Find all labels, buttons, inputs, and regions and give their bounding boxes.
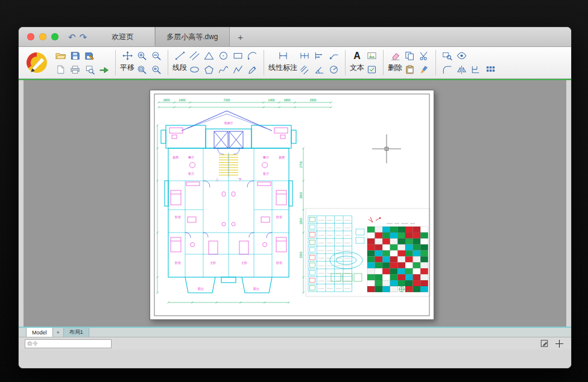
cut-button[interactable] (417, 49, 431, 62)
tab-welcome[interactable]: 欢迎页 (90, 27, 155, 46)
green-detail-boxes (331, 274, 362, 281)
svg-text:1800: 1800 (283, 98, 290, 102)
leader-dimension-button[interactable] (327, 49, 341, 62)
text-tool-button[interactable]: A (350, 49, 364, 62)
svg-text:厨房: 厨房 (279, 155, 285, 159)
line-label: 线段 (172, 63, 187, 72)
toolbar-divider (435, 50, 436, 75)
command-input[interactable] (25, 339, 112, 348)
arc-tool-button[interactable] (245, 49, 259, 62)
polyline-tool-button[interactable] (231, 63, 245, 76)
svg-text:1400: 1400 (268, 98, 274, 102)
zoom-out-button[interactable] (150, 49, 163, 62)
modify-group: 删除 (385, 49, 434, 76)
zoom-button[interactable] (51, 33, 58, 40)
svg-text:1800: 1800 (163, 98, 169, 102)
app-window: ↶ ↷ 欢迎页 多层小高等.dwg + (18, 27, 572, 369)
pan-button[interactable] (121, 49, 134, 62)
titlebar: ↶ ↷ 欢迎页 多层小高等.dwg + (19, 27, 571, 47)
insert-image-button[interactable] (365, 49, 379, 62)
zoom-extents-button[interactable] (135, 63, 149, 76)
freehand-tool-button[interactable] (245, 63, 259, 76)
radius-dimension-button[interactable] (327, 63, 341, 76)
circle-tool-button[interactable] (217, 49, 230, 62)
fillet-button[interactable] (440, 63, 454, 76)
paper-sheet: 1800140072001400180025002700260018003300… (150, 90, 434, 320)
svg-text:阳台: 阳台 (253, 287, 259, 291)
undo-icon[interactable]: ↶ (68, 33, 76, 42)
linear-dimension-button[interactable] (276, 49, 290, 62)
text-label: 文本 (350, 63, 364, 72)
svg-text:主卧: 主卧 (241, 261, 247, 265)
svg-text:电梯厅: 电梯厅 (224, 121, 233, 125)
svg-text:3300: 3300 (299, 251, 303, 258)
drawing-canvas[interactable]: 1800140072001400180025002700260018003300… (24, 80, 566, 327)
svg-text:卧室: 卧室 (175, 261, 181, 265)
insert-block-button[interactable] (365, 63, 379, 76)
save-as-button[interactable] (83, 49, 96, 62)
model-tab[interactable]: Model (26, 328, 53, 337)
svg-text:餐厅: 餐厅 (263, 155, 269, 159)
ellipse-tool-button[interactable] (188, 63, 201, 76)
redo-icon[interactable]: ↷ (80, 33, 87, 42)
triangle-tool-button[interactable] (202, 49, 216, 62)
svg-text:卧室: 卧室 (175, 215, 181, 219)
linear-dimension-label: 线性标注 (268, 63, 297, 72)
toolbar-divider (115, 50, 116, 75)
new-tab-button[interactable]: + (230, 27, 251, 46)
trim-button[interactable] (469, 63, 483, 76)
svg-text:2500: 2500 (309, 98, 316, 102)
close-button[interactable] (27, 33, 34, 40)
baseline-dimension-button[interactable] (312, 49, 326, 62)
elevators (214, 131, 243, 148)
print-button[interactable] (68, 63, 82, 76)
toolbar: 平移 线段 (19, 47, 571, 79)
array-button[interactable] (484, 63, 498, 76)
annotation-mode-icon[interactable] (540, 339, 549, 348)
continue-dimension-button[interactable] (298, 49, 312, 62)
angle-dimension-button[interactable] (312, 63, 326, 76)
svg-text:上: 上 (215, 178, 219, 181)
app-logo[interactable] (25, 51, 49, 75)
polygon-tool-button[interactable] (202, 63, 216, 76)
svg-text:阳台: 阳台 (198, 287, 204, 291)
construction-line-button[interactable] (188, 49, 201, 62)
aligned-dimension-button[interactable] (298, 63, 312, 76)
text-group: A 文本 (347, 49, 381, 76)
visibility-button[interactable] (455, 49, 469, 62)
zoom-window-button[interactable] (440, 49, 454, 62)
draw-group: 线段 (170, 49, 262, 76)
pan-zoom-group: 平移 (118, 49, 166, 76)
svg-text:2700: 2700 (299, 161, 303, 168)
tab-drawing-file[interactable]: 多层小高等.dwg (155, 27, 229, 46)
svg-text:餐厅: 餐厅 (188, 155, 194, 159)
zoom-previous-button[interactable] (150, 63, 163, 76)
file-group (51, 49, 113, 76)
mirror-button[interactable] (455, 63, 469, 76)
spline-tool-button[interactable] (217, 63, 230, 76)
zoom-in-button[interactable] (135, 49, 149, 62)
open-file-button[interactable] (54, 49, 68, 62)
erase-button[interactable] (388, 49, 402, 62)
delete-label: 删除 (388, 63, 402, 72)
match-properties-button[interactable] (417, 63, 431, 76)
svg-text:7200: 7200 (223, 98, 230, 102)
new-file-button[interactable] (54, 63, 68, 76)
crosshair-toggle-icon[interactable] (555, 339, 564, 348)
save-button[interactable] (68, 49, 82, 62)
layout1-tab[interactable]: 布局1 (63, 328, 89, 337)
add-layout-button[interactable]: + (53, 328, 63, 337)
command-bar (19, 337, 571, 349)
print-preview-button[interactable] (83, 63, 96, 76)
crosshair-cursor (372, 134, 401, 163)
svg-text:主卧: 主卧 (210, 261, 216, 265)
layout-tabs-bar: Model + 布局1 (19, 327, 571, 337)
dimension-lines (157, 102, 331, 302)
toolbar-divider (264, 50, 264, 75)
line-tool-button[interactable] (173, 49, 187, 62)
minimize-button[interactable] (39, 33, 46, 40)
paste-button[interactable] (403, 63, 417, 76)
export-button[interactable] (97, 63, 111, 76)
rectangle-tool-button[interactable] (231, 49, 245, 62)
copy-button[interactable] (403, 49, 417, 62)
